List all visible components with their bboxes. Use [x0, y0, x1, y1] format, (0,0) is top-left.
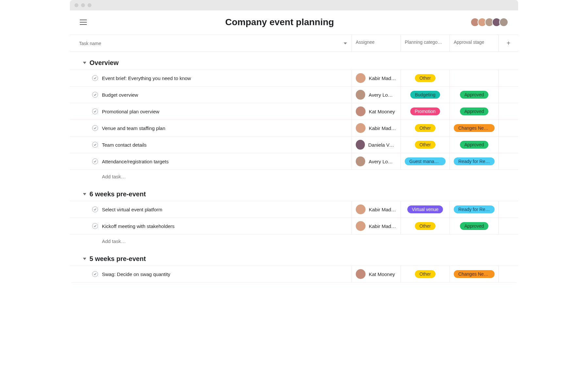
category-cell[interactable]: Other — [400, 218, 449, 234]
task-name-cell[interactable]: Venue and team staffing plan — [70, 120, 351, 136]
assignee-avatar — [356, 269, 366, 279]
collapse-icon[interactable] — [83, 193, 86, 195]
approval-cell[interactable] — [449, 70, 498, 86]
task-name-cell[interactable]: Promotional plan overview — [70, 103, 351, 120]
category-cell[interactable]: Virtual venue — [400, 201, 449, 218]
assignee-cell[interactable]: Daniela Var… — [351, 137, 400, 153]
complete-check-icon[interactable] — [92, 125, 98, 131]
category-cell[interactable]: Other — [400, 120, 449, 136]
complete-check-icon[interactable] — [92, 108, 98, 114]
assignee-name: Kat Mooney — [369, 271, 395, 277]
task-name: Swag: Decide on swag quantity — [102, 271, 170, 277]
task-name-cell[interactable]: Event brief: Everything you need to know — [70, 70, 351, 86]
task-row[interactable]: Event brief: Everything you need to know… — [70, 70, 518, 87]
row-tail-cell — [498, 87, 518, 103]
task-row[interactable]: Promotional plan overviewKat MooneyPromo… — [70, 103, 518, 120]
col-task-name[interactable]: Task name — [70, 35, 351, 52]
assignee-avatar — [356, 90, 365, 100]
approval-cell[interactable]: Approved — [449, 103, 498, 120]
task-name: Kickoff meeting with stakeholders — [102, 223, 174, 229]
complete-check-icon[interactable] — [92, 223, 98, 229]
assignee-cell[interactable]: Kat Mooney — [351, 103, 400, 120]
assignee-cell[interactable]: Kabir Madan — [351, 201, 400, 218]
member-avatars[interactable] — [472, 18, 508, 27]
task-name-cell[interactable]: Swag: Decide on swag quantity — [70, 266, 351, 282]
complete-check-icon[interactable] — [92, 142, 98, 148]
approval-pill: Ready for Rev… — [454, 157, 495, 165]
complete-check-icon[interactable] — [92, 75, 98, 81]
task-name: Attendance/registration targets — [102, 159, 169, 164]
approval-cell[interactable]: Ready for Rev… — [449, 153, 498, 170]
add-task-button[interactable]: Add task… — [70, 170, 518, 183]
assignee-name: Avery Lomax — [368, 159, 397, 164]
approval-cell[interactable]: Changes Nee… — [449, 266, 498, 282]
menu-icon[interactable] — [80, 20, 87, 25]
task-name-cell[interactable]: Select virtual event platform — [70, 201, 351, 218]
assignee-name: Kat Mooney — [369, 109, 395, 114]
assignee-cell[interactable]: Avery Lomax — [351, 153, 400, 170]
category-pill: Other — [415, 124, 435, 132]
category-cell[interactable]: Other — [400, 137, 449, 153]
assignee-cell[interactable]: Kabir Madan — [351, 218, 400, 234]
category-cell[interactable]: Other — [400, 266, 449, 282]
assignee-avatar — [356, 106, 366, 116]
assignee-cell[interactable]: Kabir Madan — [351, 120, 400, 136]
approval-cell[interactable]: Approved — [449, 218, 498, 234]
approval-cell[interactable]: Ready for Rev… — [449, 201, 498, 218]
task-name-cell[interactable]: Budget overview — [70, 87, 351, 103]
category-cell[interactable]: Budgeting — [400, 87, 449, 103]
task-name-cell[interactable]: Team contact details — [70, 137, 351, 153]
task-row[interactable]: Attendance/registration targetsAvery Lom… — [70, 153, 518, 170]
assignee-name: Kabir Madan — [369, 75, 397, 81]
approval-pill: Changes Nee… — [454, 270, 495, 278]
section-header[interactable]: Overview — [70, 52, 518, 70]
assignee-cell[interactable]: Avery Lomax — [351, 87, 400, 103]
col-approval-stage[interactable]: Approval stage — [449, 35, 498, 52]
col-assignee[interactable]: Assignee — [351, 35, 400, 52]
assignee-avatar — [356, 221, 366, 231]
page-header: Company event planning — [70, 10, 518, 35]
row-tail-cell — [498, 120, 518, 136]
approval-pill: Changes Nee… — [454, 124, 495, 132]
assignee-avatar — [356, 140, 365, 150]
assignee-name: Kabir Madan — [369, 223, 397, 229]
category-pill: Other — [415, 270, 435, 278]
collapse-icon[interactable] — [83, 258, 86, 260]
add-task-button[interactable]: Add task… — [70, 235, 518, 248]
complete-check-icon[interactable] — [92, 206, 98, 212]
window-close-dot[interactable] — [74, 3, 78, 7]
approval-cell[interactable]: Approved — [449, 87, 498, 103]
section-header[interactable]: 6 weeks pre-event — [70, 183, 518, 201]
complete-check-icon[interactable] — [92, 271, 98, 277]
category-pill: Virtual venue — [407, 205, 443, 213]
row-tail-cell — [498, 153, 518, 170]
col-planning-category[interactable]: Planning catego… — [400, 35, 449, 52]
task-row[interactable]: Team contact detailsDaniela Var…OtherApp… — [70, 136, 518, 153]
category-cell[interactable]: Guest manag… — [400, 153, 449, 170]
task-name-cell[interactable]: Kickoff meeting with stakeholders — [70, 218, 351, 234]
task-row[interactable]: Select virtual event platformKabir Madan… — [70, 201, 518, 218]
category-cell[interactable]: Promotion — [400, 103, 449, 120]
section-header[interactable]: 5 weeks pre-event — [70, 248, 518, 266]
window-max-dot[interactable] — [88, 3, 91, 7]
add-column-button[interactable]: + — [498, 35, 518, 52]
category-cell[interactable]: Other — [400, 70, 449, 86]
assignee-cell[interactable]: Kabir Madan — [351, 70, 400, 86]
section-title: 5 weeks pre-event — [90, 255, 146, 263]
task-row[interactable]: Venue and team staffing planKabir MadanO… — [70, 120, 518, 137]
complete-check-icon[interactable] — [92, 92, 98, 98]
task-row[interactable]: Kickoff meeting with stakeholdersKabir M… — [70, 218, 518, 235]
collapse-icon[interactable] — [83, 62, 86, 64]
task-name-cell[interactable]: Attendance/registration targets — [70, 153, 351, 170]
complete-check-icon[interactable] — [92, 158, 98, 164]
approval-cell[interactable]: Changes Nee… — [449, 120, 498, 136]
window-min-dot[interactable] — [81, 3, 85, 7]
chevron-down-icon[interactable] — [344, 42, 347, 44]
task-row[interactable]: Budget overviewAvery LomaxBudgetingAppro… — [70, 86, 518, 103]
approval-pill: Approved — [460, 107, 489, 115]
avatar[interactable] — [499, 18, 508, 27]
task-name: Promotional plan overview — [102, 109, 159, 114]
approval-cell[interactable]: Approved — [449, 137, 498, 153]
task-row[interactable]: Swag: Decide on swag quantityKat MooneyO… — [70, 266, 518, 283]
assignee-cell[interactable]: Kat Mooney — [351, 266, 400, 282]
